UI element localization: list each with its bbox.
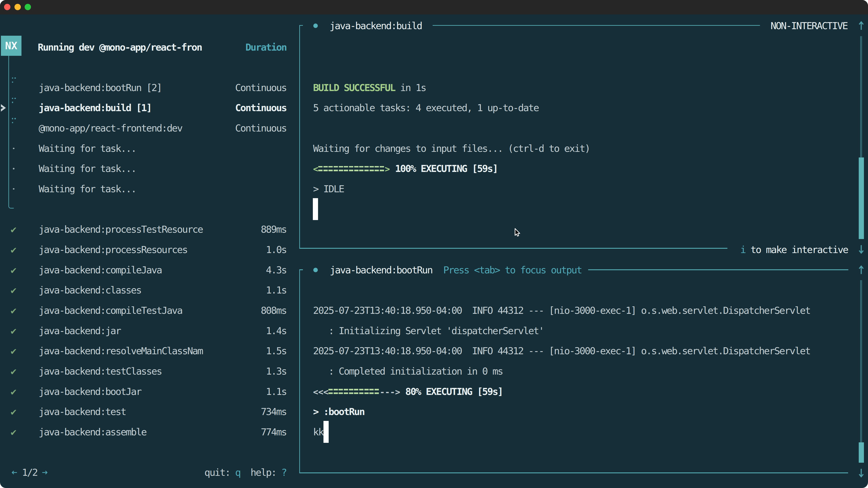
panel-border	[299, 25, 300, 248]
progress-bar-stripe	[318, 170, 385, 171]
spinner-dot	[14, 77, 16, 78]
output-text-segment: 5 actionable tasks: 4 executed, 1 up-to-…	[313, 102, 538, 113]
keyboard-hints: quit: q help: ?	[38, 462, 286, 483]
task-status-icon	[313, 268, 318, 272]
scroll-up-icon[interactable]	[859, 21, 864, 30]
output-text-segment: --->	[380, 387, 400, 397]
task-success-check-icon: ✔	[11, 381, 16, 402]
scroll-down-icon[interactable]	[859, 245, 864, 254]
scrollbar-thumb[interactable]	[859, 442, 864, 463]
task-success-check-icon: ✔	[11, 260, 16, 280]
interactive-hint: i to make interactive	[723, 239, 848, 260]
output-text-segment: <<<	[313, 387, 329, 397]
minimize-button[interactable]	[14, 4, 21, 10]
help-label: help:	[240, 467, 281, 478]
task-duration: 734ms	[39, 401, 286, 422]
output-line: <<<---> 80% EXECUTING [59s]	[313, 381, 503, 402]
output-text-segment: >	[385, 164, 390, 174]
output-line: <> 100% EXECUTING [59s]	[313, 158, 498, 179]
task-duration: 774ms	[39, 422, 286, 442]
task-status-icon	[313, 24, 318, 28]
task-success-check-icon: ✔	[11, 219, 16, 239]
scroll-up-icon[interactable]	[859, 265, 864, 274]
progress-bar-stripe	[329, 389, 380, 390]
scroll-down-icon[interactable]	[859, 468, 864, 478]
selected-task-pointer-icon	[1, 104, 6, 111]
output-text-segment: 2025-07-23T13:40:18.950-04:00 INFO 44312…	[313, 345, 810, 357]
terminal-cursor	[323, 421, 329, 443]
task-duration: 1.5s	[39, 341, 286, 361]
terminal-cursor	[313, 198, 318, 220]
scrollbar-track[interactable]	[860, 280, 862, 442]
task-success-check-icon: ✔	[11, 239, 16, 260]
progress-bar-fill	[318, 158, 385, 179]
help-key[interactable]: ?	[281, 467, 286, 478]
task-running-spinner-icon	[12, 77, 16, 83]
output-line: 2025-07-23T13:40:18.950-04:00 INFO 44312…	[313, 341, 810, 361]
up-arrow-glyph	[859, 21, 864, 30]
panel-border	[588, 269, 848, 270]
interactive-hint-text: to make interactive	[745, 244, 848, 255]
duration-column-header: Duration	[38, 37, 286, 57]
down-arrow-glyph	[859, 245, 864, 254]
task-duration: 1.1s	[39, 381, 286, 402]
panel-title: java-backend:bootRun	[330, 260, 432, 280]
output-line: : Completed initialization in 0 ms	[313, 361, 503, 381]
output-text-segment: 2025-07-23T13:40:18.950-04:00 INFO 44312…	[313, 305, 810, 316]
task-duration: 1.0s	[39, 239, 286, 260]
scrollbar-track[interactable]	[860, 36, 862, 158]
output-text-segment	[390, 163, 395, 174]
pager-prev-icon[interactable]	[11, 470, 18, 475]
task-running-spinner-icon	[12, 98, 16, 103]
task-running-spinner-icon	[12, 118, 16, 123]
task-duration: 1.3s	[39, 361, 286, 381]
spinner-dot	[14, 118, 16, 119]
interactive-hint-key: i	[740, 244, 745, 255]
desktop: NX Running dev @mono-app/react-fron Dura…	[0, 0, 868, 488]
output-text-segment: > :bootRun	[313, 406, 364, 417]
output-text-segment: : Completed initialization in 0 ms	[313, 365, 503, 377]
task-success-check-icon: ✔	[11, 361, 16, 381]
panel-border	[299, 473, 848, 473]
task-status: Continuous	[39, 77, 286, 98]
spinner-dot	[12, 102, 13, 103]
quit-label: quit:	[204, 467, 235, 478]
task-waiting-dot-icon	[13, 188, 14, 190]
progress-bar-stripe	[318, 166, 385, 168]
spinner-dot	[14, 98, 16, 99]
progress-bar-fill	[329, 381, 380, 402]
panel-title: java-backend:build	[330, 15, 422, 36]
spinner-dot	[12, 98, 13, 99]
panel-border	[299, 248, 727, 249]
task-waiting-dot-icon	[13, 168, 14, 169]
output-text-segment: kk	[313, 426, 323, 437]
output-text-segment	[400, 386, 405, 397]
scrollbar-thumb[interactable]	[859, 158, 864, 239]
focus-output-hint: Press <tab> to focus output	[443, 260, 582, 280]
zoom-button[interactable]	[25, 4, 31, 10]
up-arrow-glyph	[859, 265, 864, 274]
task-duration: 889ms	[39, 219, 286, 239]
panel-border	[299, 269, 300, 473]
task-success-check-icon: ✔	[11, 401, 16, 422]
output-text-segment: 100% EXECUTING [59s]	[395, 163, 498, 174]
output-line: BUILD SUCCESSFUL in 1s	[313, 77, 426, 98]
output-line: 5 actionable tasks: 4 executed, 1 up-to-…	[313, 98, 538, 118]
task-status: Continuous	[39, 98, 286, 118]
output-text-segment: in 1s	[395, 82, 426, 93]
quit-key[interactable]: q	[235, 467, 240, 478]
spinner-dot	[12, 122, 13, 123]
output-line: kk	[313, 422, 323, 442]
task-success-check-icon: ✔	[11, 321, 16, 341]
task-duration: 1.1s	[39, 280, 286, 300]
task-success-check-icon: ✔	[11, 422, 16, 442]
close-button[interactable]	[4, 4, 10, 10]
task-success-check-icon: ✔	[11, 341, 16, 361]
mouse-cursor	[514, 228, 521, 238]
panel-border	[433, 25, 760, 26]
task-duration: 4.3s	[39, 260, 286, 280]
task-duration: 808ms	[39, 300, 286, 321]
interactive-mode-badge: NON-INTERACTIVE	[771, 15, 847, 36]
task-success-check-icon: ✔	[11, 300, 16, 321]
output-text-segment: 80% EXECUTING [59s]	[405, 386, 503, 397]
